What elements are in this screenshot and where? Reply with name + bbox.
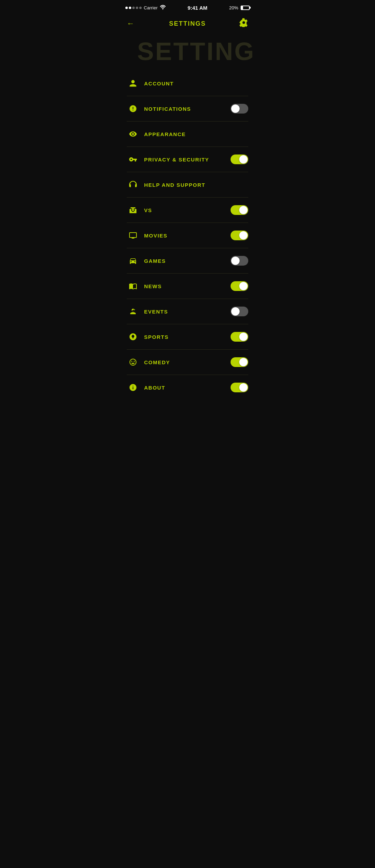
toggle-knob [239, 383, 248, 392]
dot1 [125, 7, 128, 9]
menu-item-games[interactable]: GAMES [127, 248, 248, 274]
about-label: ABOUT [144, 385, 231, 391]
signal-dots [125, 7, 142, 9]
privacy-label: PRIVACY & SECURITY [144, 157, 231, 162]
info-icon [127, 381, 139, 394]
toggle-knob [231, 307, 240, 316]
eye-icon [127, 128, 139, 140]
notifications-toggle[interactable] [231, 104, 248, 114]
news-label: NEWS [144, 283, 231, 289]
menu-item-about[interactable]: ABOUT [127, 375, 248, 400]
games-label: GAMES [144, 258, 231, 264]
menu-item-notifications[interactable]: NOTIFICATIONS [127, 96, 248, 122]
toggle-knob [239, 282, 248, 290]
sports-toggle[interactable] [231, 332, 248, 342]
status-right: 20% [229, 5, 250, 10]
soccer-icon [127, 331, 139, 343]
status-left: Carrier [125, 5, 166, 11]
comedy-label: COMEDY [144, 359, 231, 365]
notifications-label: NOTIFICATIONS [144, 106, 231, 112]
help-label: HELP AND SUPPORT [144, 182, 248, 188]
events-toggle[interactable] [231, 307, 248, 316]
menu-item-sports[interactable]: SPORTS [127, 324, 248, 350]
menu-item-comedy[interactable]: COMEDY [127, 350, 248, 375]
watermark-text: SETTING [120, 39, 255, 64]
dot4 [136, 7, 138, 9]
headset-icon [127, 178, 139, 191]
svg-point-0 [162, 9, 163, 9]
camera-icon [127, 204, 139, 216]
toggle-knob [239, 231, 248, 240]
about-toggle[interactable] [231, 383, 248, 392]
dot2 [129, 7, 131, 9]
header: ← SETTINGS [120, 14, 255, 32]
toggle-knob [239, 333, 248, 341]
dot5 [139, 7, 142, 9]
menu-item-account[interactable]: ACCOUNT [127, 71, 248, 96]
menu-item-privacy[interactable]: PRIVACY & SECURITY [127, 147, 248, 172]
books-icon [127, 280, 139, 292]
status-time: 9:41 AM [188, 5, 207, 11]
menu-item-help[interactable]: HELP AND SUPPORT [127, 172, 248, 198]
menu-list: ACCOUNT NOTIFICATIONS APPEARANCE PRIVACY… [120, 71, 255, 400]
toggle-knob [239, 155, 248, 164]
settings-icon[interactable] [239, 18, 248, 29]
events-label: EVENTS [144, 309, 231, 315]
menu-item-movies[interactable]: MOVIES [127, 223, 248, 248]
car-icon [127, 254, 139, 267]
toggle-knob [239, 358, 248, 366]
notifications-icon [127, 102, 139, 115]
movies-toggle[interactable] [231, 231, 248, 240]
tv-icon [127, 229, 139, 242]
smiley-icon [127, 356, 139, 368]
wifi-icon [160, 5, 166, 11]
key-icon [127, 153, 139, 166]
account-label: ACCOUNT [144, 81, 248, 86]
carrier-label: Carrier [144, 5, 158, 10]
person-icon [127, 77, 139, 90]
games-toggle[interactable] [231, 256, 248, 266]
movies-label: MOVIES [144, 233, 231, 239]
privacy-toggle[interactable] [231, 155, 248, 164]
dot3 [132, 7, 135, 9]
menu-item-appearance[interactable]: APPEARANCE [127, 122, 248, 147]
menu-item-events[interactable]: EVENTS [127, 299, 248, 324]
menu-item-news[interactable]: NEWS [127, 274, 248, 299]
battery-percent: 20% [229, 5, 238, 10]
vs-toggle[interactable] [231, 205, 248, 215]
watermark: SETTING [120, 32, 255, 71]
status-bar: Carrier 9:41 AM 20% [120, 0, 255, 14]
news-toggle[interactable] [231, 281, 248, 291]
vs-label: VS [144, 207, 231, 213]
appearance-label: APPEARANCE [144, 131, 248, 137]
menu-item-vs[interactable]: VS [127, 198, 248, 223]
toggle-knob [239, 206, 248, 214]
events-icon [127, 305, 139, 318]
sports-label: SPORTS [144, 334, 231, 340]
toggle-knob [231, 257, 240, 265]
back-button[interactable]: ← [127, 20, 134, 27]
page-title: SETTINGS [169, 20, 206, 27]
toggle-knob [231, 105, 240, 113]
comedy-toggle[interactable] [231, 357, 248, 367]
battery-icon [240, 6, 250, 10]
